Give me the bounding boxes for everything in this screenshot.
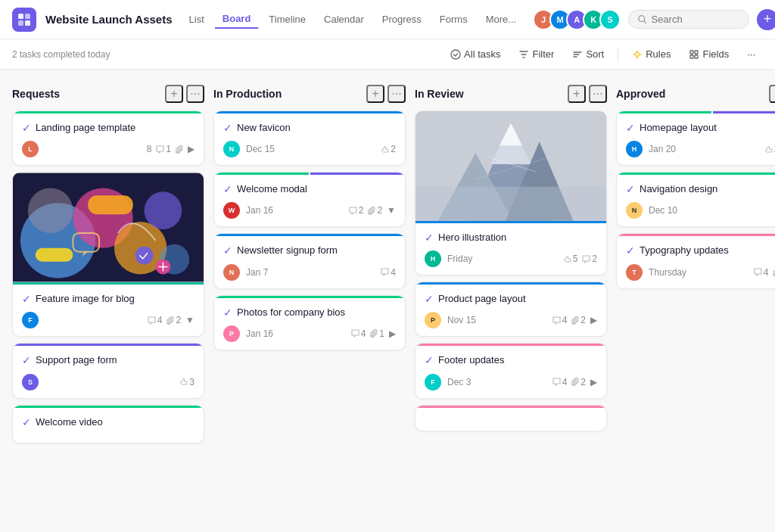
meta-attach: 2 xyxy=(368,205,382,216)
card-title-row: ✓ Typography updates xyxy=(626,244,775,257)
card-meta: 4 xyxy=(381,267,396,278)
meta-comments: 2 xyxy=(582,254,597,264)
card-avatar: L xyxy=(22,141,39,157)
meta-expand[interactable]: ▶ xyxy=(188,144,195,154)
add-card-requests[interactable]: + xyxy=(165,85,183,103)
filter-button[interactable]: Filter xyxy=(511,45,562,63)
check-icon: ✓ xyxy=(22,354,31,366)
avatar-5: S xyxy=(599,9,621,30)
svg-point-19 xyxy=(145,192,182,230)
check-icon: ✓ xyxy=(22,293,31,305)
card-title[interactable]: Welcome modal xyxy=(237,182,307,196)
add-card-production[interactable]: + xyxy=(366,85,384,103)
meta-expand[interactable]: ▼ xyxy=(185,315,195,325)
column-header-review: In Review + ··· xyxy=(415,82,607,110)
card-title[interactable]: Newsletter signup form xyxy=(237,244,338,257)
tab-forms[interactable]: Forms xyxy=(432,11,475,28)
sort-label: Sort xyxy=(586,48,604,60)
svg-rect-3 xyxy=(25,20,30,26)
svg-rect-18 xyxy=(36,248,73,262)
card-title[interactable]: Typography updates xyxy=(640,244,729,257)
meta-comments: 4 xyxy=(552,377,568,387)
header-right: J M A K S + ? U xyxy=(533,9,775,30)
filter-label: Filter xyxy=(532,48,554,60)
svg-rect-16 xyxy=(88,196,133,215)
comment-icon xyxy=(582,255,590,263)
rules-label: Rules xyxy=(646,48,671,60)
card-footer: T Thursday 4 1 ▶ xyxy=(626,264,775,281)
search-input[interactable] xyxy=(651,14,739,25)
card-body: ✓ Welcome modal W Jan 16 2 2 xyxy=(214,175,405,226)
card-body: ✓ Support page form S 3 xyxy=(13,346,204,397)
card-title[interactable]: Navigation design xyxy=(640,182,717,196)
more-review[interactable]: ··· xyxy=(589,85,607,103)
check-icon: ✓ xyxy=(223,183,232,195)
thumb-icon xyxy=(563,255,571,263)
meta-expand[interactable]: ▼ xyxy=(387,205,396,216)
add-card-approved[interactable]: + xyxy=(769,85,775,103)
card-typography-updates: ✓ Typography updates T Thursday 4 1 xyxy=(616,233,775,288)
card-footer: W Jan 16 2 2 ▼ xyxy=(223,202,396,219)
more-requests[interactable]: ··· xyxy=(186,85,204,103)
card-title[interactable]: New favicon xyxy=(237,121,291,135)
card-avatar: N xyxy=(626,202,643,219)
card-avatar: H xyxy=(626,141,643,157)
card-title[interactable]: Product page layout xyxy=(438,292,526,306)
column-actions-production: + ··· xyxy=(366,85,406,103)
card-company-bios: ✓ Photos for company bios P Jan 16 4 1 xyxy=(213,295,406,350)
card-image-mountain xyxy=(416,111,606,221)
card-title-row: ✓ Photos for company bios xyxy=(223,306,396,319)
column-title-review: In Review xyxy=(415,88,568,100)
card-body: ✓ Hero illustration H Friday 5 2 xyxy=(416,223,606,275)
card-title[interactable]: Feature image for blog xyxy=(36,292,135,306)
card-body: ✓ Footer updates F Dec 3 4 2 xyxy=(416,346,606,397)
tab-more[interactable]: More... xyxy=(478,11,524,28)
card-title[interactable]: Landing page template xyxy=(36,121,135,135)
card-title-row: ✓ Newsletter signup form xyxy=(223,244,396,257)
meta-expand[interactable]: ▶ xyxy=(590,377,597,387)
card-title[interactable]: Homepage layout xyxy=(640,121,717,135)
card-avatar: N xyxy=(223,141,240,157)
tab-progress[interactable]: Progress xyxy=(375,11,429,28)
card-meta: 2 4 xyxy=(764,144,775,154)
comment-icon xyxy=(349,207,357,215)
card-title[interactable]: Photos for company bios xyxy=(237,306,345,319)
card-title[interactable]: Welcome video xyxy=(36,415,103,429)
sort-button[interactable]: Sort xyxy=(565,45,612,63)
card-meta: 4 1 ▶ xyxy=(754,267,775,278)
meta-attach: 2 xyxy=(571,315,586,325)
card-title[interactable]: Footer updates xyxy=(438,353,504,367)
card-title[interactable]: Hero illustration xyxy=(438,231,506,244)
tab-board[interactable]: Board xyxy=(215,10,259,29)
fields-button[interactable]: Fields xyxy=(681,45,736,63)
check-icon: ✓ xyxy=(626,183,635,195)
meta-likes: 2 xyxy=(764,144,775,154)
card-footer: F Dec 3 4 2 ▶ xyxy=(425,374,597,390)
card-title-row: ✓ Welcome modal xyxy=(223,182,396,196)
tab-calendar[interactable]: Calendar xyxy=(316,11,372,28)
tab-timeline[interactable]: Timeline xyxy=(261,11,313,28)
card-image-abstract xyxy=(13,173,204,282)
card-title-row: ✓ Navigation design xyxy=(626,182,775,196)
card-footer: L 8 1 ▶ xyxy=(22,141,195,157)
rules-button[interactable]: Rules xyxy=(624,45,678,63)
card-avatar: P xyxy=(425,312,441,328)
all-tasks-button[interactable]: All tasks xyxy=(443,45,508,63)
tab-list[interactable]: List xyxy=(182,11,212,28)
card-homepage-layout: ✓ Homepage layout H Jan 20 2 4 xyxy=(616,110,775,166)
meta-expand[interactable]: ▶ xyxy=(590,315,597,325)
card-body-partial xyxy=(416,408,606,431)
more-options-button[interactable]: ··· xyxy=(739,45,763,63)
card-meta: 5 2 xyxy=(563,254,597,264)
meta-comments: 4 xyxy=(148,315,163,325)
add-card-review[interactable]: + xyxy=(568,85,586,103)
add-button[interactable]: + xyxy=(757,9,775,30)
more-production[interactable]: ··· xyxy=(388,85,406,103)
card-footer: S 3 xyxy=(22,374,195,390)
card-title[interactable]: Support page form xyxy=(36,353,117,367)
card-meta: 4 1 ▶ xyxy=(351,328,396,339)
comment-icon xyxy=(156,145,164,154)
meta-expand[interactable]: ▶ xyxy=(389,328,396,339)
card-footer: H Jan 20 2 4 xyxy=(626,141,775,157)
search-bar[interactable] xyxy=(628,10,749,29)
